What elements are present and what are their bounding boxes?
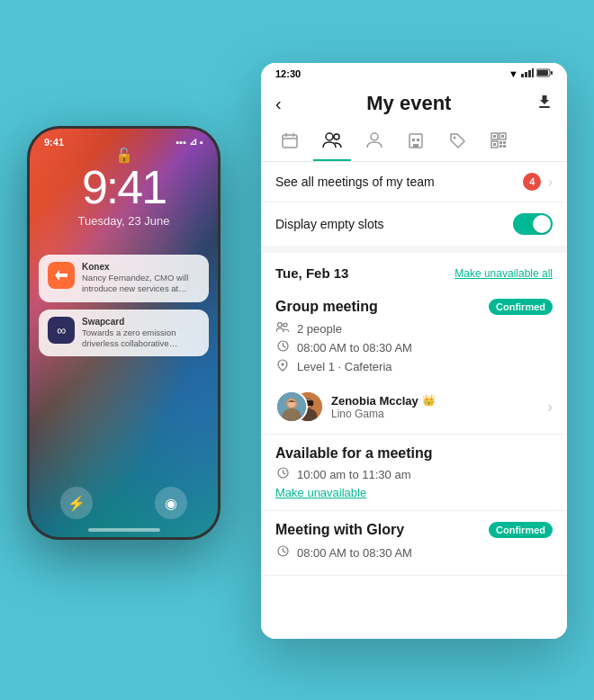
glory-time: 08:00 AM to 08:30 AM bbox=[297, 546, 412, 560]
toggle-label: Display empty slots bbox=[275, 217, 384, 231]
meeting-glory-card: Meeting with Glory Confirmed 08:00 AM to… bbox=[261, 511, 567, 576]
app-header: ‹ My event bbox=[261, 85, 567, 124]
notification-swapcard[interactable]: ∞ Swapcard Towards a zero emission drive… bbox=[39, 310, 209, 357]
app-signal-icon bbox=[521, 68, 534, 79]
flashlight-button[interactable]: ⚡ bbox=[60, 487, 93, 519]
location-row: Level 1 · Cafeteria bbox=[275, 359, 553, 374]
svg-rect-19 bbox=[413, 144, 418, 148]
svg-rect-26 bbox=[493, 143, 496, 146]
glory-clock-icon bbox=[275, 545, 290, 560]
svg-rect-1 bbox=[521, 74, 524, 77]
wallpaper: 9:41 ▪▪▪ ⊿ ▪ 🔓 9:41 Tuesday, 23 June Kon… bbox=[30, 129, 218, 537]
app-wifi-icon: ▼ bbox=[508, 68, 518, 79]
available-clock-icon bbox=[275, 467, 290, 481]
event-time: 08:00 AM to 08:30 AM bbox=[297, 341, 412, 354]
time-row: 08:00 AM to 08:30 AM bbox=[275, 340, 553, 354]
make-unavailable-link[interactable]: Make unavailable bbox=[275, 486, 553, 499]
crown-icon: 👑 bbox=[422, 394, 436, 407]
app-title: My event bbox=[366, 92, 451, 115]
glory-time-row: 08:00 AM to 08:30 AM bbox=[275, 545, 553, 560]
available-meeting-card: Available for a meeting 10:00 am to 11:3… bbox=[261, 435, 567, 511]
people-count: 2 people bbox=[297, 322, 342, 336]
lockscreen-phone: 9:41 ▪▪▪ ⊿ ▪ 🔓 9:41 Tuesday, 23 June Kon… bbox=[27, 126, 220, 540]
attendee-primary-name: Zenobia Mcclay 👑 bbox=[331, 394, 436, 408]
svg-point-15 bbox=[371, 133, 378, 140]
glory-event-title: Meeting with Glory bbox=[275, 522, 404, 538]
avatar-zenobia bbox=[275, 390, 308, 423]
tab-calendar[interactable] bbox=[272, 124, 308, 161]
svg-rect-17 bbox=[412, 139, 415, 141]
svg-rect-24 bbox=[501, 135, 504, 138]
clock-icon bbox=[275, 340, 290, 354]
meetings-right: 4 › bbox=[523, 173, 553, 191]
camera-button[interactable]: ◉ bbox=[155, 487, 187, 519]
download-button[interactable] bbox=[536, 94, 553, 114]
svg-point-14 bbox=[334, 134, 339, 139]
group-meeting-card: Group meeting Confirmed 2 people 08:00 A… bbox=[261, 288, 567, 435]
wifi-icon: ⊿ bbox=[189, 136, 197, 148]
people-icon bbox=[275, 322, 290, 336]
svg-marker-0 bbox=[55, 270, 68, 281]
make-unavailable-all-link[interactable]: Make unavailable all bbox=[454, 267, 553, 280]
home-indicator bbox=[88, 528, 160, 532]
svg-rect-18 bbox=[417, 139, 419, 141]
meetings-count-badge: 4 bbox=[523, 173, 541, 191]
svg-rect-2 bbox=[525, 72, 527, 77]
lockscreen-date: Tuesday, 23 June bbox=[30, 214, 218, 228]
tab-bar bbox=[261, 124, 567, 162]
lockscreen-time: 9:41 bbox=[30, 160, 218, 214]
event-location: Level 1 · Cafeteria bbox=[297, 360, 392, 373]
people-count-row: 2 people bbox=[275, 322, 553, 336]
empty-slots-toggle[interactable] bbox=[513, 213, 553, 235]
app-status-bar: 12:30 ▼ bbox=[261, 63, 567, 85]
swapcard-icon: ∞ bbox=[48, 317, 75, 344]
lockscreen-time-small: 9:41 bbox=[44, 137, 64, 148]
app-content: See all meetings of my team 4 › Display … bbox=[261, 162, 567, 639]
konex-icon bbox=[48, 262, 75, 289]
available-title: Available for a meeting bbox=[275, 445, 553, 462]
svg-rect-9 bbox=[283, 135, 297, 148]
date-label: Tue, Feb 13 bbox=[275, 265, 348, 281]
chevron-right-icon: › bbox=[548, 175, 553, 189]
swapcard-notif-content: Swapcard Towards a zero emission driverl… bbox=[82, 317, 200, 350]
event-title: Group meeting bbox=[275, 299, 378, 315]
svg-rect-6 bbox=[537, 70, 548, 76]
svg-rect-3 bbox=[528, 70, 531, 77]
svg-point-20 bbox=[454, 137, 456, 139]
event-header: Group meeting Confirmed bbox=[275, 299, 553, 315]
svg-rect-29 bbox=[500, 145, 502, 148]
swapcard-notif-text: Towards a zero emission driverless colla… bbox=[82, 328, 200, 350]
see-all-meetings-row[interactable]: See all meetings of my team 4 › bbox=[261, 162, 567, 202]
date-section: Tue, Feb 13 Make unavailable all bbox=[261, 253, 567, 288]
signal-icon: ▪▪▪ bbox=[176, 137, 186, 148]
svg-rect-4 bbox=[532, 68, 534, 77]
lockscreen-status-icons: ▪▪▪ ⊿ ▪ bbox=[176, 136, 203, 148]
battery-icon: ▪ bbox=[200, 137, 203, 148]
tab-person[interactable] bbox=[356, 124, 392, 161]
notification-konex[interactable]: Konex Nancy Fernandez, CMO will introduc… bbox=[39, 255, 209, 302]
tab-team[interactable] bbox=[313, 124, 351, 161]
attendees-row[interactable]: Zenobia Mcclay 👑 Lino Gama › bbox=[275, 383, 553, 423]
app-status-icons: ▼ bbox=[508, 68, 553, 79]
available-time: 10:00 am to 11:30 am bbox=[297, 468, 410, 481]
camera-icon: ◉ bbox=[165, 495, 177, 512]
svg-point-13 bbox=[326, 133, 333, 140]
tab-tag[interactable] bbox=[439, 124, 475, 161]
app-panel: 12:30 ▼ ‹ My event bbox=[261, 63, 567, 639]
available-time-row: 10:00 am to 11:30 am bbox=[275, 467, 553, 481]
glory-event-header: Meeting with Glory Confirmed bbox=[275, 522, 553, 538]
location-icon bbox=[275, 359, 290, 374]
attendee-names: Zenobia Mcclay 👑 Lino Gama bbox=[331, 394, 436, 420]
tab-building[interactable] bbox=[398, 124, 434, 161]
attendee-avatars bbox=[275, 390, 322, 423]
glory-confirmed-badge: Confirmed bbox=[489, 522, 553, 538]
tab-qr[interactable] bbox=[481, 124, 517, 161]
svg-rect-7 bbox=[551, 71, 553, 75]
back-button[interactable]: ‹ bbox=[275, 94, 282, 114]
svg-rect-22 bbox=[493, 135, 496, 138]
meetings-label: See all meetings of my team bbox=[275, 175, 435, 189]
svg-rect-28 bbox=[503, 141, 506, 144]
svg-rect-30 bbox=[503, 145, 506, 148]
konex-notif-content: Konex Nancy Fernandez, CMO will introduc… bbox=[82, 262, 200, 295]
app-battery-icon bbox=[536, 68, 553, 79]
